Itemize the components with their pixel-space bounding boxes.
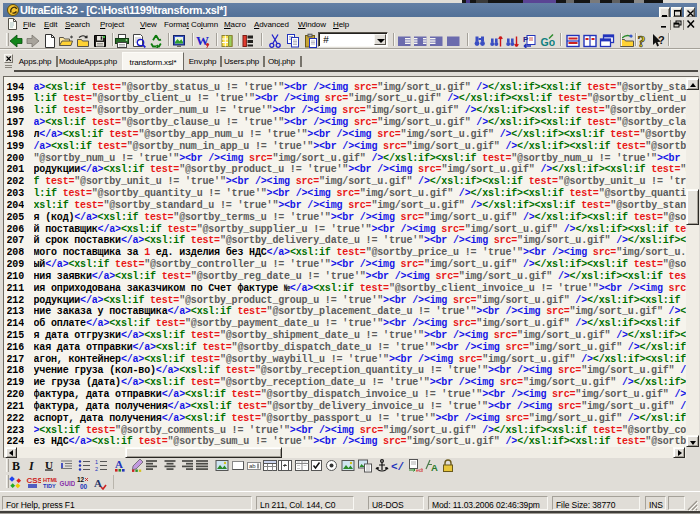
svg-text:?: ?: [658, 34, 665, 46]
svg-text:U: U: [45, 459, 53, 471]
svg-text:GUID: GUID: [60, 480, 76, 487]
svg-text:ab: ab: [249, 463, 256, 469]
svg-text:P: P: [523, 35, 529, 44]
svg-text:2: 2: [95, 466, 98, 472]
svg-text:00: 00: [80, 483, 88, 490]
svg-text:?: ?: [638, 33, 646, 49]
svg-text:A: A: [115, 458, 123, 470]
svg-text:B: B: [12, 459, 20, 473]
svg-text:Go: Go: [541, 36, 556, 48]
svg-text:I: I: [28, 459, 35, 473]
svg-text:edt: edt: [416, 467, 423, 473]
svg-text:CSS: CSS: [27, 476, 42, 485]
svg-text:TIDY: TIDY: [43, 483, 56, 489]
svg-text:HTML: HTML: [43, 477, 57, 483]
svg-text:A: A: [431, 462, 438, 473]
svg-text:1: 1: [95, 459, 98, 465]
svg-text:</: </: [391, 461, 405, 473]
